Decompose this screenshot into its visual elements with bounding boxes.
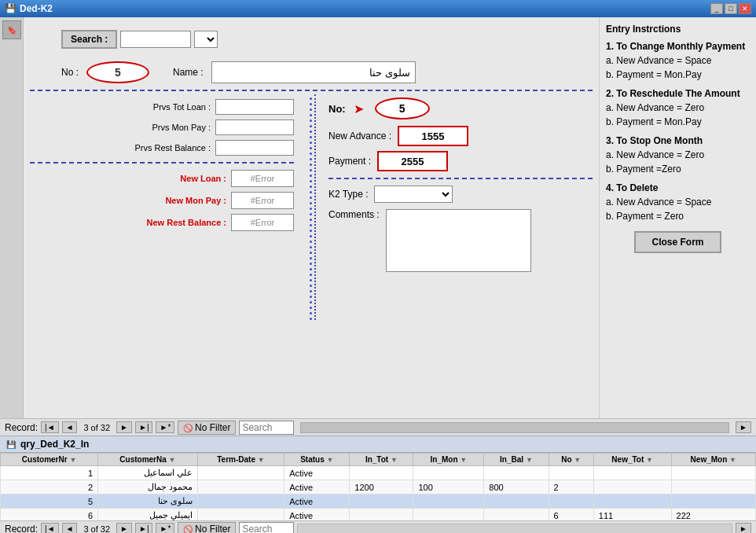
nav-new-2[interactable]: ►* — [156, 523, 174, 533]
dot — [310, 186, 312, 188]
left-icon: 🔖 — [2, 20, 21, 39]
table-cell-no — [549, 466, 593, 480]
record-label-1: Record: — [5, 422, 38, 433]
no-filter-btn-2[interactable]: 🚫 No Filter — [178, 522, 236, 534]
nav-new-1[interactable]: ►* — [156, 421, 174, 433]
prvs-tot-loan-input[interactable] — [215, 99, 294, 115]
inst3a: a. New Advance = Zero — [606, 148, 750, 162]
table-cell-new_tot — [593, 466, 671, 480]
nav-search-2[interactable] — [239, 522, 294, 534]
table-row[interactable]: 6ايميلي جميلActive6111222 — [1, 509, 756, 521]
table-cell-in_tot — [350, 494, 413, 509]
table-cell-in_tot: 1200 — [350, 480, 413, 494]
nav-last-1[interactable]: ►| — [135, 421, 153, 433]
search-input[interactable] — [120, 31, 191, 48]
col-header-newtot[interactable]: New_Tot ▼ — [593, 454, 671, 466]
dot — [310, 213, 312, 215]
nav-prev-2[interactable]: ◄ — [62, 523, 78, 533]
maximize-button[interactable]: □ — [725, 3, 737, 14]
new-advance-input[interactable] — [398, 126, 468, 146]
table-cell-in_bal: 800 — [484, 480, 549, 494]
table-row[interactable]: 2محمود جمالActive12001008002 — [1, 480, 756, 494]
col-header-inmon[interactable]: In_Mon ▼ — [413, 454, 484, 466]
h-scroll-2[interactable] — [297, 524, 732, 534]
nav-next-1[interactable]: ► — [116, 421, 132, 433]
table-cell-no: 6 — [549, 509, 593, 521]
nav-last-2[interactable]: ►| — [135, 523, 153, 533]
close-button[interactable]: ✕ — [739, 3, 751, 14]
dot — [310, 103, 312, 105]
new-rest-bal-input[interactable] — [231, 214, 294, 231]
title-bar: 💾 Ded-K2 _ □ ✕ — [0, 0, 756, 17]
table-row[interactable]: 1علي اسماعيلActive — [1, 466, 756, 480]
nav-first-1[interactable]: |◄ — [41, 421, 59, 433]
prvs-mon-pay-input[interactable] — [215, 119, 294, 135]
new-mon-pay-input[interactable] — [231, 192, 294, 209]
col-header-status[interactable]: Status ▼ — [284, 454, 350, 466]
inst3-title: 3. To Stop One Month — [606, 134, 750, 148]
inst4a: a. New Advance = Space — [606, 195, 750, 209]
col-header-newmon[interactable]: New_Mon ▼ — [671, 454, 755, 466]
table-cell-in_mon: 100 — [413, 480, 484, 494]
minimize-button[interactable]: _ — [710, 3, 723, 14]
col-header-intot[interactable]: In_Tot ▼ — [350, 454, 413, 466]
nav-bar-2: Record: |◄ ◄ 3 of 32 ► ►| ►* 🚫 No Filter… — [0, 520, 756, 533]
window-title: Ded-K2 — [20, 3, 53, 14]
dot — [310, 97, 312, 100]
table-cell-no: 2 — [549, 480, 593, 494]
k2-type-label: K2 Type : — [328, 189, 368, 200]
k2-type-select[interactable] — [374, 186, 453, 203]
table-cell-new_mon: 222 — [671, 509, 755, 521]
dot — [310, 274, 312, 276]
nav-next-2[interactable]: ► — [116, 523, 132, 533]
table-cell-customernr: 5 — [1, 494, 98, 509]
left-panel: Prvs Tot Loan : Prvs Mon Pay : Prvs Rest… — [30, 94, 302, 320]
inst3b: b. Payment =Zero — [606, 162, 750, 176]
table-cell-status: Active — [284, 466, 350, 480]
search-dropdown[interactable] — [194, 31, 218, 48]
col-header-inbal[interactable]: In_Bal ▼ — [484, 454, 549, 466]
payment-input[interactable] — [377, 151, 448, 171]
two-panel: Prvs Tot Loan : Prvs Mon Pay : Prvs Rest… — [30, 94, 593, 320]
inst1b: b. Payment = Mon.Pay — [606, 68, 750, 82]
dot — [310, 252, 312, 254]
new-rest-bal-label: New Rest Balance : — [147, 218, 226, 227]
comments-textarea[interactable] — [386, 209, 531, 272]
col-header-customerna[interactable]: CustomerNa ▼ — [98, 454, 198, 466]
comments-row: Comments : — [328, 209, 593, 272]
nav-prev-1[interactable]: ◄ — [62, 421, 78, 433]
search-button[interactable]: Search : — [61, 30, 117, 49]
new-loan-input[interactable] — [231, 170, 294, 187]
prvs-rest-bal-input[interactable] — [215, 140, 294, 156]
no-right-label: No: — [328, 103, 346, 115]
dot — [310, 224, 312, 226]
col-header-termdate[interactable]: Term-Date ▼ — [197, 454, 284, 466]
payment-label: Payment : — [328, 156, 371, 167]
nav-search-1[interactable] — [239, 421, 294, 435]
no-right-row: No: ➤ 5 — [328, 97, 593, 119]
table-cell-customernr: 6 — [1, 509, 98, 521]
main-form: 🔖 Entry Instrctions 1. To Change Monthly… — [0, 17, 756, 418]
new-loan-row: New Loan : — [30, 170, 294, 187]
close-form-button[interactable]: Close Form — [634, 231, 721, 253]
table-row[interactable]: 5سلوى حناActive — [1, 494, 756, 509]
name-field[interactable] — [211, 61, 416, 83]
table-cell-new_mon — [671, 480, 755, 494]
col-header-no[interactable]: No ▼ — [549, 454, 593, 466]
col-header-customernr[interactable]: CustomerNr ▼ — [1, 454, 98, 466]
scroll-right-1[interactable]: ► — [736, 421, 751, 433]
no-right-value: 5 — [375, 97, 430, 119]
nav-first-2[interactable]: |◄ — [41, 523, 59, 533]
no-filter-label-1: No Filter — [195, 422, 230, 433]
prvs-mon-pay-row: Prvs Mon Pay : — [30, 119, 294, 135]
table-cell-in_tot — [350, 466, 413, 480]
scroll-bar-1[interactable] — [300, 422, 729, 433]
dot — [310, 230, 312, 232]
no-name-row: No : Name : — [61, 61, 593, 83]
no-filter-btn-1[interactable]: 🚫 No Filter — [178, 421, 236, 435]
instruction-item4: 4. To Delete a. New Advance = Space b. P… — [606, 181, 750, 223]
title-icon: 💾 — [5, 3, 17, 14]
comments-label: Comments : — [328, 209, 380, 220]
scroll-right-2[interactable]: ► — [736, 523, 751, 533]
no-field[interactable] — [86, 61, 149, 83]
